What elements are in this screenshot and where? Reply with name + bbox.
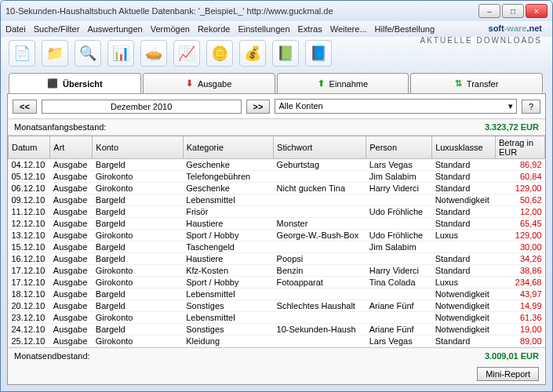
table-row[interactable]: 23.12.10AusgabeGirokontoLebensmittelNotw… — [9, 312, 545, 324]
menu-vermgen[interactable]: Vermögen — [151, 24, 190, 34]
maximize-button[interactable]: □ — [502, 4, 524, 18]
mini-report-button[interactable]: Mini-Report — [477, 367, 539, 381]
prev-month-button[interactable]: << — [13, 100, 37, 114]
end-balance-row: Monatsendbestand: 3.009,01 EUR — [8, 347, 545, 364]
end-balance-label: Monatsendbestand: — [14, 351, 90, 361]
window-title: 10-Sekunden-Haushaltsbuch Aktuelle Daten… — [5, 6, 478, 16]
menubar: DateiSuche/FilterAuswertungenVermögenRek… — [1, 21, 552, 37]
tab-transfer[interactable]: ⇅Transfer — [410, 73, 543, 93]
table-row[interactable]: 18.12.10AusgabeBargeldLebensmittelNotwen… — [9, 289, 545, 300]
col-header[interactable]: Betrag in EUR — [496, 136, 545, 159]
file-icon[interactable]: 📄 — [9, 40, 35, 67]
start-balance-row: Monatsanfangsbestand: 3.323,72 EUR — [8, 119, 545, 136]
menu-einstellungen[interactable]: Einstellungen — [238, 24, 289, 34]
help-button[interactable]: ? — [522, 100, 540, 114]
menu-rekorde[interactable]: Rekorde — [198, 24, 231, 34]
start-balance-label: Monatsanfangsbestand: — [14, 122, 106, 132]
help-icon[interactable]: 📘 — [305, 40, 332, 67]
menu-datei[interactable]: Datei — [5, 24, 26, 34]
menu-auswertungen[interactable]: Auswertungen — [87, 24, 142, 34]
tab-icon: ⬛ — [47, 78, 58, 89]
tab-strip: ⬛Übersicht⬇Ausgabe⬆Einnahme⇅Transfer — [1, 70, 552, 93]
period-display[interactable]: Dezember 2010 — [42, 100, 242, 114]
tab-icon: ⇅ — [455, 78, 462, 89]
transactions-table: DatumArtKontoKategorieStichwortPersonLux… — [8, 136, 545, 347]
tab-einnahme[interactable]: ⬆Einnahme — [277, 73, 409, 93]
col-header[interactable]: Luxusklasse — [432, 136, 496, 159]
table-row[interactable]: 24.12.10AusgabeBargeldSonstiges10-Sekund… — [9, 324, 545, 336]
table-row[interactable]: 05.12.10AusgabeGirokontoTelefongebührenJ… — [9, 171, 545, 183]
table-row[interactable]: 12.12.10AusgabeBargeldHaustiereMonsterSt… — [9, 218, 545, 230]
table-row[interactable]: 13.12.10AusgabeGirokontoSport / HobbyGeo… — [9, 230, 545, 241]
tab-ausgabe[interactable]: ⬇Ausgabe — [143, 73, 275, 93]
tab-label: Einnahme — [329, 79, 369, 89]
tab-icon: ⬆ — [318, 78, 325, 89]
bars-icon[interactable]: 📊 — [107, 40, 134, 67]
tab-label: Übersicht — [63, 79, 103, 89]
folder-icon[interactable]: 📁 — [42, 40, 68, 67]
table-row[interactable]: 11.12.10AusgabeBargeldFrisörUdo Fröhlich… — [9, 206, 545, 218]
line-icon[interactable]: 📈 — [173, 40, 200, 67]
minimize-button[interactable]: – — [478, 4, 500, 18]
titlebar: 10-Sekunden-Haushaltsbuch Aktuelle Daten… — [1, 1, 552, 21]
table-row[interactable]: 04.12.10AusgabeBargeldGeschenkeGeburtsta… — [9, 159, 545, 171]
pie-icon[interactable]: 🥧 — [140, 40, 167, 67]
table-row[interactable]: 15.12.10AusgabeBargeldTaschengeldJim Sal… — [9, 241, 545, 253]
table-row[interactable]: 09.12.10AusgabeBargeldLebensmittelNotwen… — [9, 194, 545, 206]
stack-icon[interactable]: 💰 — [239, 40, 266, 67]
table-row[interactable]: 25.12.10AusgabeGirokontoKleidungLars Veg… — [9, 336, 545, 347]
end-balance-amount: 3.009,01 EUR — [485, 351, 539, 361]
tab-icon: ⬇ — [186, 78, 193, 89]
tab-label: Ausgabe — [198, 79, 231, 89]
menu-extras[interactable]: Extras — [298, 24, 322, 34]
table-row[interactable]: 17.12.10AusgabeGirokontoKfz-KostenBenzin… — [9, 265, 545, 277]
book-icon[interactable]: 📗 — [272, 40, 299, 67]
content-panel: << Dezember 2010 >> Alle Konten▾ ? Monat… — [7, 93, 546, 385]
coins-icon[interactable]: 🪙 — [206, 40, 233, 67]
col-header[interactable]: Stichwort — [274, 136, 366, 159]
tab-übersicht[interactable]: ⬛Übersicht — [9, 73, 141, 93]
chevron-down-icon: ▾ — [508, 101, 513, 111]
col-header[interactable]: Person — [366, 136, 432, 159]
col-header[interactable]: Datum — [9, 136, 50, 159]
col-header[interactable]: Kategorie — [183, 136, 273, 159]
menu-suchefilter[interactable]: Suche/Filter — [34, 24, 80, 34]
table-row[interactable]: 06.12.10AusgabeGirokontoGeschenkeNicht g… — [9, 183, 545, 194]
search-icon[interactable]: 🔍 — [75, 40, 101, 67]
next-month-button[interactable]: >> — [246, 100, 271, 114]
transactions-table-wrap[interactable]: DatumArtKontoKategorieStichwortPersonLux… — [8, 136, 545, 347]
toolbar: 📄📁🔍📊🥧📈🪙💰📗📘 — [1, 37, 552, 70]
menu-weitere[interactable]: Weitere... — [330, 24, 367, 34]
col-header[interactable]: Art — [50, 136, 93, 159]
col-header[interactable]: Konto — [93, 136, 183, 159]
account-select[interactable]: Alle Konten▾ — [275, 99, 516, 114]
menu-hilfebestellung[interactable]: Hilfe/Bestellung — [375, 24, 435, 34]
start-balance-amount: 3.323,72 EUR — [485, 122, 539, 132]
close-button[interactable]: × — [526, 4, 548, 18]
tab-label: Transfer — [467, 79, 499, 89]
table-row[interactable]: 20.12.10AusgabeBargeldSonstigesSchlechte… — [9, 300, 545, 312]
table-row[interactable]: 16.12.10AusgabeBargeldHaustierePoopsiSta… — [9, 253, 545, 265]
table-row[interactable]: 17.12.10AusgabeGirokontoSport / HobbyFot… — [9, 277, 545, 289]
